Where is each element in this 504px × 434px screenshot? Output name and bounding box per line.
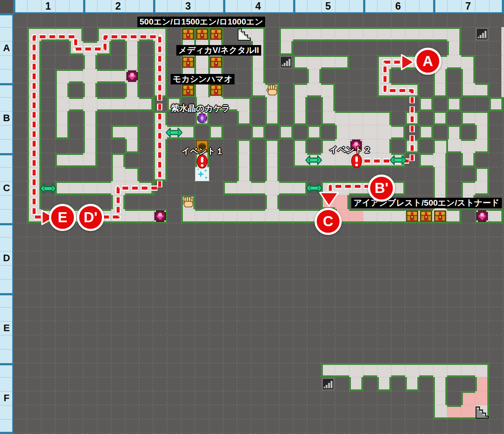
floor-tile (265, 167, 279, 181)
floor-tile (111, 195, 125, 209)
floor-tile (419, 363, 433, 377)
floor-tile (83, 139, 97, 153)
floor-tile (461, 139, 475, 153)
floor-tile (279, 125, 293, 139)
floor-tile (27, 41, 41, 55)
floor-tile (349, 377, 363, 391)
chest-icon (182, 56, 195, 70)
floor-tile (265, 181, 279, 195)
floor-tile (405, 377, 419, 391)
floor-tile (125, 55, 139, 69)
column-separator (502, 0, 504, 13)
column-separator (153, 0, 155, 13)
floor-tile (363, 27, 377, 41)
floor-tile (55, 69, 69, 83)
floor-tile (279, 27, 293, 41)
floor-tile (321, 97, 335, 111)
floor-tile (433, 83, 447, 97)
chest-icon (210, 28, 223, 42)
floor-tile (475, 83, 489, 97)
floor-tile (27, 125, 41, 139)
map-annotation-label: 紫水晶のカケラ (171, 103, 230, 114)
floor-tile (251, 83, 265, 97)
floor-tile (377, 69, 391, 83)
row-header-label: D (0, 252, 13, 264)
floor-tile (489, 209, 503, 223)
warp-icon (390, 154, 406, 168)
floor-tile (405, 27, 419, 41)
route-marker-e: E (49, 204, 76, 231)
warp-icon (166, 127, 182, 140)
floor-tile (55, 27, 69, 41)
row-separator (0, 223, 13, 225)
floor-tile (125, 167, 139, 181)
chest-icon (434, 210, 447, 224)
floor-tile (55, 125, 69, 139)
floor-tile (363, 209, 377, 223)
floor-tile (377, 139, 391, 153)
route-marker-a: A (414, 48, 441, 75)
floor-tile (69, 153, 83, 167)
floor-tile (363, 111, 377, 125)
column-header-bar: 1234567 (13, 0, 504, 13)
column-header-label: 1 (39, 0, 57, 12)
floor-tile (41, 27, 55, 41)
floor-tile (55, 181, 69, 195)
damage-floor-tile (475, 391, 489, 405)
floor-tile (461, 69, 475, 83)
floor-tile (321, 111, 335, 125)
floor-tile (27, 55, 41, 69)
floor-tile (349, 181, 363, 195)
warp-icon (306, 182, 322, 196)
floor-tile (27, 181, 41, 195)
floor-tile (125, 181, 139, 195)
floor-tile (153, 41, 167, 55)
bars-icon (322, 378, 335, 392)
floor-tile (335, 181, 349, 195)
damage-floor-tile (461, 405, 475, 419)
floor-tile (461, 363, 475, 377)
floor-tile (265, 139, 279, 153)
floor-tile (27, 97, 41, 111)
floor-tile (461, 153, 475, 167)
floor-tile (265, 111, 279, 125)
floor-tile (237, 153, 251, 167)
column-header-label: 4 (249, 0, 267, 12)
floor-tile (223, 209, 237, 223)
floor-tile (55, 83, 69, 97)
column-header-label: 7 (459, 0, 477, 12)
chest-icon (420, 210, 433, 224)
floor-tile (83, 97, 97, 111)
row-header-label: F (0, 392, 13, 404)
floor-tile (377, 83, 391, 97)
floor-tile (181, 209, 195, 223)
floor-tile (433, 167, 447, 181)
floor-tile (83, 153, 97, 167)
floor-tile (27, 153, 41, 167)
floor-tile (307, 69, 321, 83)
damage-floor-tile (335, 195, 349, 209)
floor-tile (139, 97, 153, 111)
floor-tile (405, 83, 419, 97)
floor-tile (391, 125, 405, 139)
floor-tile (377, 153, 391, 167)
map-annotation-label: イベント１ (182, 146, 224, 157)
floor-tile (447, 139, 461, 153)
chest-icon (182, 84, 195, 98)
floor-tile (419, 27, 433, 41)
column-header-label: 5 (319, 0, 337, 12)
floor-tile (153, 55, 167, 69)
floor-tile (447, 125, 461, 139)
floor-tile (461, 83, 475, 97)
floor-tile (251, 209, 265, 223)
floor-tile (307, 55, 321, 69)
floor-tile (293, 181, 307, 195)
floor-tile (27, 27, 41, 41)
floor-tile (433, 27, 447, 41)
floor-tile (377, 125, 391, 139)
floor-tile (335, 363, 349, 377)
floor-tile (489, 97, 503, 111)
floor-tile (335, 55, 349, 69)
floor-tile (153, 125, 167, 139)
map-annotation-label: メディカV/ネクタルII (176, 45, 261, 56)
